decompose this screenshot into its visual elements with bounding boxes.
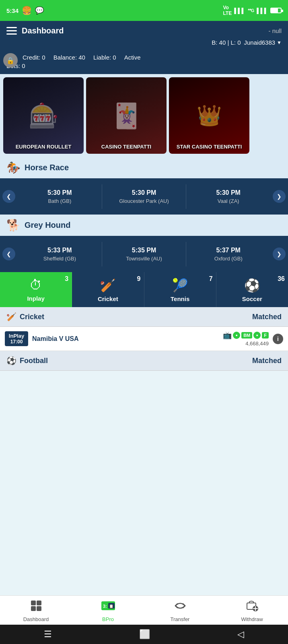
cricket-match-row[interactable]: InPlay 17:00 Namibia V USA 📺 ● BM ● F 4,…	[0, 327, 288, 351]
nav-bpro[interactable]: 3: 📋 BPro	[72, 596, 144, 625]
casino-card-label-star: STAR CASINO TEENPATTI	[169, 143, 249, 151]
football-matched-sport: Football	[20, 357, 48, 365]
soccer-icon: ⚽	[244, 278, 260, 293]
horse-icon: 🏇	[6, 161, 21, 174]
grey-carousel-prev[interactable]: ❮	[0, 236, 18, 272]
sport-tile-soccer[interactable]: 36 ⚽ Soccer	[216, 272, 288, 307]
username: Junaid6383	[244, 39, 276, 46]
status-app-icon: 🍔	[22, 6, 32, 15]
nav-bpro-label: BPro	[102, 616, 114, 622]
user-dropdown[interactable]: Junaid6383 ▼	[244, 39, 282, 46]
chevron-down-icon: ▼	[277, 40, 282, 45]
cricket-icon: 🏏	[100, 278, 116, 293]
horse-race-item-1[interactable]: 5:30 PM Gloucester Park (AU)	[102, 184, 187, 209]
f-circle-icon: ●	[253, 332, 261, 339]
info-bar: 🔒 Credit: 0 Balance: 40 Liable: 0 Active…	[0, 50, 288, 74]
tv-icon: 📺	[223, 331, 232, 340]
system-home-btn[interactable]: ⬜	[139, 629, 150, 640]
horse-time-0: 5:30 PM	[20, 189, 99, 196]
inplay-icon: ⏱	[29, 278, 42, 293]
cricket-matched-icon: 🏏	[6, 312, 16, 322]
system-menu-btn[interactable]: ☰	[44, 629, 52, 640]
grey-hound-label: Grey Hound	[25, 221, 70, 230]
tennis-icon: 🎾	[172, 278, 188, 293]
grey-carousel-next[interactable]: ❯	[270, 236, 288, 272]
horse-carousel-next[interactable]: ❯	[270, 178, 288, 215]
horse-race-item-0[interactable]: 5:30 PM Bath (GB)	[18, 184, 102, 209]
svg-text:📋: 📋	[109, 604, 114, 609]
liable-info: Liable: 0	[93, 54, 116, 61]
inplay-badge: InPlay 17:00	[5, 331, 28, 346]
status-msg-icon: 💬	[35, 6, 44, 15]
status-time: 5:34	[6, 7, 19, 14]
football-matched-label: Matched	[252, 357, 282, 365]
cricket-count: 9	[137, 275, 141, 283]
dashboard-icon	[30, 600, 42, 615]
grey-race-item-2[interactable]: 5:37 PM Oxford (GB)	[186, 242, 270, 266]
sport-tile-inplay[interactable]: 3 ⏱ Inplay	[0, 272, 72, 307]
casino-section: EUROPEAN ROULLET CASINO TEENPATTI STAR C…	[0, 74, 288, 157]
system-back-btn[interactable]: ◁	[237, 629, 244, 640]
signal-bars: ▌▌▌	[234, 8, 245, 14]
match-amount: 4,668,449	[245, 341, 269, 347]
cricket-matched-sport: Cricket	[20, 313, 44, 321]
cricket-matched-label: Matched	[252, 313, 282, 321]
hamburger-menu[interactable]	[6, 25, 17, 37]
header: Dashboard - null B: 40 | L: 0 Junaid6383…	[0, 21, 288, 50]
soccer-count: 36	[278, 275, 285, 283]
horse-race-carousel: ❮ 5:30 PM Bath (GB) 5:30 PM Gloucester P…	[0, 178, 288, 215]
credit-info: Credit: 0	[23, 54, 45, 61]
nav-dashboard-label: Dashboard	[23, 616, 49, 622]
bm-circle-icon: ●	[233, 332, 240, 339]
grey-hound-header: 🐕 Grey Hound	[0, 215, 288, 236]
casino-card-label-roulette: EUROPEAN ROULLET	[3, 143, 84, 151]
grey-venue-0: Sheffield (GB)	[20, 256, 99, 262]
horse-carousel-prev[interactable]: ❮	[0, 178, 18, 215]
horse-time-1: 5:30 PM	[105, 189, 184, 196]
bm-text: BM	[243, 333, 250, 338]
lock-icon: 🔒	[3, 53, 18, 68]
inplay-badge-text: InPlay	[7, 333, 26, 339]
svg-rect-0	[31, 601, 36, 605]
grey-time-2: 5:37 PM	[189, 247, 268, 254]
bm-badge: BM	[241, 332, 252, 339]
football-matched-header: ⚽ Football Matched	[0, 351, 288, 371]
match-meta: 📺 ● BM ● F 4,668,449	[223, 331, 269, 347]
signal-bars-2: ▌▌▌	[257, 8, 268, 14]
sport-tiles: 3 ⏱ Inplay 9 🏏 Cricket 7 🎾 Tennis 36 ⚽ S…	[0, 272, 288, 307]
inplay-label: Inplay	[27, 295, 44, 302]
f-badge: F	[262, 332, 269, 339]
bets-info: Bets: 0	[6, 62, 282, 69]
sport-tile-tennis[interactable]: 7 🎾 Tennis	[144, 272, 216, 307]
svg-text:3:: 3:	[103, 604, 107, 609]
horse-race-item-2[interactable]: 5:30 PM Vaal (ZA)	[186, 184, 270, 209]
cricket-label: Cricket	[98, 295, 118, 302]
tennis-count: 7	[209, 275, 213, 283]
grey-race-item-1[interactable]: 5:35 PM Townsville (AU)	[102, 242, 187, 266]
signal-text: VoLTE	[223, 5, 232, 16]
grey-time-1: 5:35 PM	[105, 247, 184, 254]
bottom-nav: Dashboard 3: 📋 BPro Transfer	[0, 595, 288, 625]
status-bar: 5:34 🍔 💬 VoLTE ▌▌▌ ⁴⁴G ▌▌▌	[0, 0, 288, 21]
casino-card-roulette[interactable]: EUROPEAN ROULLET	[3, 77, 84, 154]
casino-card-label-teenpatti: CASINO TEENPATTI	[86, 143, 167, 151]
nav-dashboard[interactable]: Dashboard	[0, 596, 72, 625]
cricket-matched-header: 🏏 Cricket Matched	[0, 307, 288, 327]
sport-tile-cricket[interactable]: 9 🏏 Cricket	[72, 272, 144, 307]
battery-icon	[270, 8, 282, 13]
horse-time-2: 5:30 PM	[189, 189, 268, 196]
inplay-count: 3	[65, 275, 68, 283]
nav-transfer[interactable]: Transfer	[144, 596, 216, 625]
nav-withdraw-label: Withdraw	[241, 616, 263, 622]
header-null: - null	[268, 27, 282, 34]
casino-card-teenpatti[interactable]: CASINO TEENPATTI	[86, 77, 167, 154]
grey-race-item-0[interactable]: 5:33 PM Sheffield (GB)	[18, 242, 102, 266]
grey-venue-2: Oxford (GB)	[189, 256, 268, 262]
casino-card-star[interactable]: STAR CASINO TEENPATTI	[169, 77, 249, 154]
grey-time-0: 5:33 PM	[20, 247, 99, 254]
svg-rect-1	[37, 601, 41, 605]
status-info: Active	[124, 54, 141, 61]
svg-rect-3	[37, 606, 41, 611]
match-info-button[interactable]: i	[273, 334, 283, 344]
nav-withdraw[interactable]: Withdraw	[216, 596, 288, 625]
